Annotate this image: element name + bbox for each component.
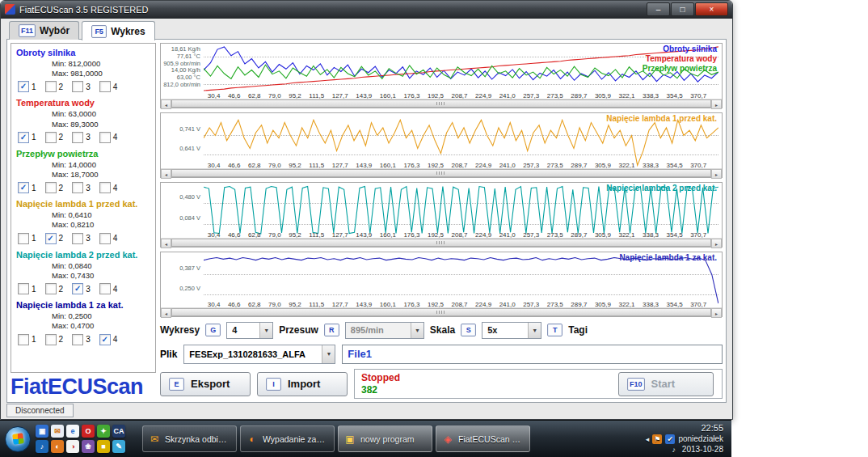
- skala-select[interactable]: 5x ▼: [482, 322, 541, 339]
- channel-checkbox-4[interactable]: 4: [99, 283, 118, 294]
- channel-checkbox-1[interactable]: 1: [18, 233, 36, 244]
- channel-checkbox-4[interactable]: ✓4: [99, 334, 118, 345]
- scroll-left-icon[interactable]: ◂: [161, 99, 171, 109]
- channel-checkbox-3[interactable]: 3: [72, 233, 91, 244]
- security-tray-icon[interactable]: ⚑: [652, 434, 662, 444]
- messenger-icon[interactable]: ✦: [97, 425, 110, 438]
- tagi-label: Tagi: [568, 324, 588, 336]
- wykresy-label: Wykresy: [160, 324, 200, 336]
- photos-icon[interactable]: ❀: [82, 440, 95, 453]
- taskbar-button-1[interactable]: ✉Skrzynka odbiorcza ...: [142, 425, 237, 452]
- scrollbar-thumb[interactable]: [171, 99, 711, 108]
- charts-column: 18,61 Kg/h77,61 °C905,9 obr/min14,00 Kg/…: [160, 43, 723, 399]
- taskbar-button-label: nowy program: [360, 434, 415, 444]
- media-player-icon[interactable]: ♪: [36, 440, 48, 453]
- chart-scrollbar[interactable]: ◂ ▸: [161, 168, 722, 177]
- desktop-icon[interactable]: ▣: [36, 425, 48, 438]
- maximize-button[interactable]: □: [671, 2, 694, 16]
- eksport-button[interactable]: E Eksport: [160, 372, 251, 396]
- scrollbar-thumb[interactable]: [171, 169, 711, 177]
- channel-checkbox-3[interactable]: ✓3: [72, 283, 91, 294]
- taskbar-button-3[interactable]: ▣nowy program: [338, 425, 432, 452]
- channel-checkbox-2[interactable]: 2: [45, 132, 64, 143]
- chart-legend: Obroty silnikaTemperatura wodyPrzepływ p…: [643, 44, 717, 73]
- scroll-left-icon[interactable]: ◂: [161, 308, 171, 318]
- run-group-box: Stopped 382 F10 Start: [354, 369, 723, 399]
- channel-checkbox-2[interactable]: 2: [45, 81, 64, 92]
- checkbox-label: 3: [86, 133, 91, 142]
- chart-scrollbar[interactable]: ◂ ▸: [161, 238, 722, 247]
- channel-checkbox-2[interactable]: ✓2: [45, 233, 64, 244]
- chevron-down-icon[interactable]: ▼: [322, 345, 335, 363]
- start-button[interactable]: F10 Start: [618, 372, 714, 396]
- channel-checkbox-1[interactable]: ✓1: [18, 132, 36, 143]
- chart-series: [204, 45, 718, 97]
- parameter-max: Max: 0,4700: [52, 321, 150, 331]
- tab-label: Wykres: [111, 26, 145, 37]
- close-button[interactable]: ×: [695, 2, 728, 16]
- channel-checkbox-3[interactable]: 3: [72, 334, 91, 345]
- channel-checkbox-3[interactable]: 3: [72, 182, 91, 193]
- y-axis-labels-top: 0,741 V: [162, 126, 200, 133]
- channel-checkbox-1[interactable]: 1: [18, 283, 36, 294]
- start-button-orb[interactable]: [5, 426, 31, 452]
- scroll-right-icon[interactable]: ▸: [711, 239, 722, 248]
- channel-checkbox-4[interactable]: 4: [99, 132, 118, 143]
- chevron-down-icon[interactable]: ▼: [259, 323, 272, 338]
- scroll-left-icon[interactable]: ◂: [161, 239, 171, 248]
- channel-checkbox-1[interactable]: ✓1: [18, 182, 36, 193]
- channel-checkbox-4[interactable]: 4: [99, 182, 118, 193]
- office-icon[interactable]: ■: [97, 440, 110, 453]
- scroll-right-icon[interactable]: ▸: [711, 308, 722, 318]
- titlebar[interactable]: FiatECUScan 3.5 REGISTERED – □ ×: [1, 1, 732, 19]
- chrome-icon[interactable]: ◑: [66, 440, 79, 453]
- scrollbar-thumb[interactable]: [171, 239, 711, 247]
- paint-icon[interactable]: ✎: [112, 440, 125, 453]
- wykresy-select[interactable]: 4 ▼: [226, 322, 273, 339]
- checkbox-label: 2: [59, 83, 64, 91]
- channel-checkbox-1[interactable]: ✓1: [18, 81, 36, 92]
- internet-explorer-icon[interactable]: e: [66, 425, 79, 438]
- przesuw-label: Przesuw: [279, 324, 318, 336]
- volume-icon[interactable]: ♪: [669, 445, 679, 455]
- chevron-down-icon[interactable]: ▼: [411, 323, 423, 338]
- chart-plot: 0,480 V0,084 VNapięcie lambda 2 przed ka…: [162, 184, 721, 230]
- scroll-right-icon[interactable]: ▸: [711, 99, 722, 109]
- import-button[interactable]: I Import: [257, 372, 348, 396]
- scroll-right-icon[interactable]: ▸: [711, 169, 722, 179]
- taskbar-button-4[interactable]: ◈FiatECUScan 3.5 RE...: [436, 425, 530, 452]
- tray-expander-icon[interactable]: ◂: [646, 435, 650, 444]
- file-combo[interactable]: FESExp_1310281633_ALFA ▼: [183, 345, 335, 364]
- update-tray-icon[interactable]: ✔: [665, 434, 675, 444]
- scrollbar-thumb[interactable]: [171, 308, 711, 316]
- main-panel: Obroty silnikaMin: 812,0000Max: 981,0000…: [6, 39, 727, 403]
- przesuw-select[interactable]: 895/min ▼: [345, 322, 424, 339]
- channel-checkbox-2[interactable]: 2: [45, 182, 64, 193]
- scroll-left-icon[interactable]: ◂: [161, 169, 171, 179]
- taskbar: ▣✉eO✦CA♪◐◑❀■✎ ✉Skrzynka odbiorcza ...◐Wy…: [0, 420, 731, 457]
- opera-icon[interactable]: O: [82, 425, 95, 438]
- chart-scrollbar[interactable]: ◂ ▸: [161, 307, 722, 316]
- tab-wybor[interactable]: F11 Wybór: [9, 21, 79, 40]
- firefox-icon[interactable]: ◐: [51, 440, 64, 453]
- chevron-down-icon[interactable]: ▼: [528, 323, 541, 338]
- channel-checkbox-2[interactable]: 2: [45, 283, 64, 294]
- minimize-button[interactable]: –: [647, 2, 670, 16]
- checkbox-label: 3: [86, 83, 91, 91]
- channel-checkbox-1[interactable]: 1: [18, 334, 36, 345]
- channel-checkbox-4[interactable]: 4: [99, 81, 118, 92]
- desktop: FiatECUScan 3.5 REGISTERED – □ × F11 Wyb…: [0, 0, 868, 457]
- parameter-min: Min: 0,0840: [52, 261, 150, 271]
- file-name-input[interactable]: [342, 345, 723, 364]
- chart-scrollbar[interactable]: ◂ ▸: [161, 99, 722, 108]
- channel-checkbox-3[interactable]: 3: [72, 81, 91, 92]
- taskbar-button-2[interactable]: ◐Wypadanie zapłonó...: [240, 425, 335, 452]
- mail-icon[interactable]: ✉: [51, 425, 64, 438]
- parameter-max: Max: 0,8210: [52, 220, 150, 230]
- channel-checkbox-4[interactable]: 4: [99, 233, 118, 244]
- tab-wykres[interactable]: F5 Wykres: [82, 21, 154, 40]
- ca-antivirus-icon[interactable]: CA: [112, 425, 125, 438]
- channel-checkbox-3[interactable]: 3: [72, 132, 91, 143]
- channel-checkbox-2[interactable]: 2: [45, 334, 64, 345]
- parameter-max: Max: 89,3000: [52, 120, 150, 129]
